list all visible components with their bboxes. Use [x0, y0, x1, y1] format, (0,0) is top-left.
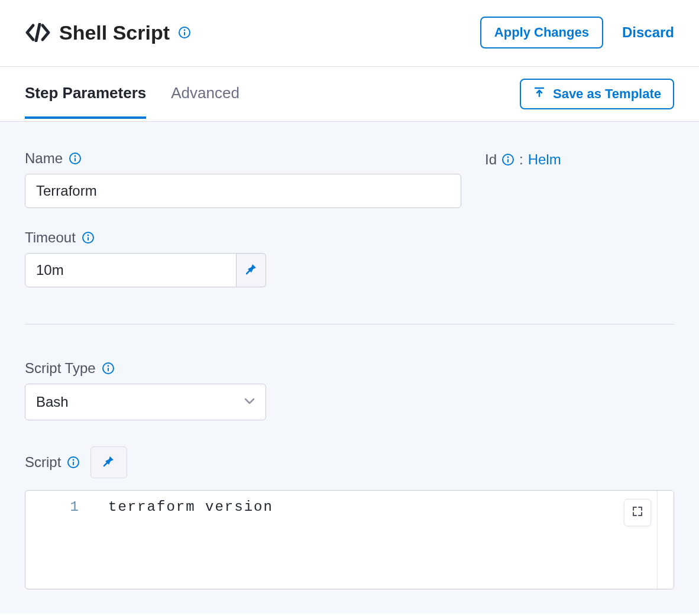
- svg-point-13: [107, 365, 109, 367]
- expand-icon: [632, 505, 643, 520]
- page-title: Shell Script: [59, 21, 170, 44]
- timeout-label: Timeout: [25, 229, 76, 246]
- id-separator: :: [519, 151, 523, 168]
- expand-button[interactable]: [624, 499, 651, 526]
- id-value-link[interactable]: Helm: [528, 151, 561, 168]
- editor-scrollbar[interactable]: [657, 491, 674, 589]
- tab-step-parameters[interactable]: Step Parameters: [25, 70, 146, 119]
- save-as-template-label: Save as Template: [553, 86, 661, 102]
- timeout-input-group: [25, 253, 674, 287]
- panel-header: Shell Script Apply Changes Discard: [0, 0, 699, 67]
- code-icon: [25, 23, 51, 42]
- timeout-input[interactable]: [25, 253, 237, 287]
- form-panel: Name Id : Helm Timeout: [0, 122, 699, 613]
- svg-point-7: [507, 157, 509, 158]
- name-label: Name: [25, 150, 63, 167]
- info-icon[interactable]: [178, 26, 191, 39]
- tabs-row: Step Parameters Advanced Save as Templat…: [0, 67, 699, 122]
- header-left: Shell Script: [25, 21, 191, 44]
- script-label: Script: [25, 454, 61, 471]
- svg-point-16: [73, 459, 75, 461]
- id-display: Id : Helm: [485, 150, 561, 168]
- id-label: Id: [485, 151, 497, 168]
- tab-advanced[interactable]: Advanced: [171, 70, 240, 119]
- editor-gutter: 1: [25, 491, 90, 589]
- svg-rect-8: [507, 159, 509, 163]
- header-actions: Apply Changes Discard: [480, 17, 674, 48]
- editor-content[interactable]: terraform version: [90, 491, 657, 589]
- svg-rect-2: [184, 32, 185, 35]
- script-type-select[interactable]: [25, 384, 266, 420]
- script-type-label-row: Script Type: [25, 360, 674, 377]
- svg-point-10: [87, 235, 89, 236]
- svg-rect-17: [73, 462, 74, 465]
- pin-icon: [102, 455, 115, 470]
- discard-button[interactable]: Discard: [622, 24, 674, 41]
- pin-button[interactable]: [90, 446, 127, 478]
- script-editor[interactable]: 1 terraform version: [25, 490, 674, 589]
- script-label-inner: Script: [25, 454, 80, 471]
- upload-icon: [533, 86, 546, 102]
- svg-rect-14: [108, 368, 109, 371]
- info-icon[interactable]: [102, 362, 115, 375]
- tabs: Step Parameters Advanced: [25, 70, 240, 118]
- name-id-row: Name Id : Helm: [25, 150, 674, 208]
- script-type-select-wrap: [25, 384, 266, 420]
- name-input[interactable]: [25, 174, 461, 208]
- info-icon[interactable]: [501, 153, 514, 166]
- timeout-field: Timeout: [25, 229, 674, 287]
- pin-icon: [245, 262, 258, 278]
- script-label-row: Script: [25, 446, 674, 478]
- info-icon[interactable]: [69, 152, 82, 165]
- script-type-label: Script Type: [25, 360, 96, 377]
- section-divider: [25, 324, 674, 325]
- info-icon[interactable]: [67, 456, 80, 469]
- apply-changes-button[interactable]: Apply Changes: [480, 17, 603, 48]
- name-field: Name: [25, 150, 461, 208]
- svg-point-4: [75, 155, 76, 157]
- info-icon[interactable]: [82, 231, 95, 244]
- save-as-template-button[interactable]: Save as Template: [520, 79, 674, 109]
- name-label-row: Name: [25, 150, 461, 167]
- timeout-label-row: Timeout: [25, 229, 674, 246]
- svg-point-1: [184, 30, 186, 31]
- svg-rect-5: [75, 158, 76, 161]
- line-number: 1: [25, 499, 79, 515]
- script-type-field: Script Type: [25, 360, 674, 420]
- svg-rect-11: [88, 237, 89, 241]
- pin-button[interactable]: [237, 253, 266, 287]
